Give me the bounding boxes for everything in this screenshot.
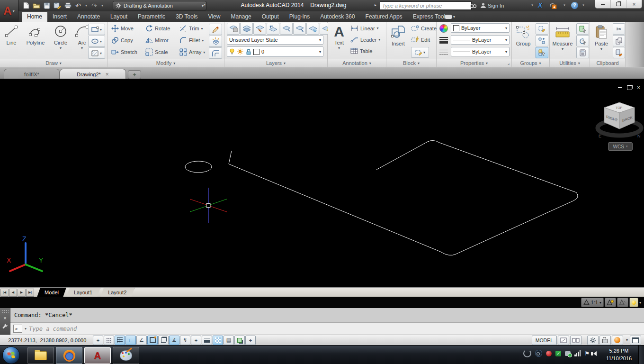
trim-button[interactable]: Trim▾: [179, 25, 203, 32]
insert-block-button[interactable]: Insert: [388, 24, 408, 46]
lineweight-combo[interactable]: ByLayer▾: [451, 35, 510, 45]
panel-title-draw[interactable]: Draw▾: [0, 59, 107, 67]
panel-title-clipboard[interactable]: Clipboard: [590, 59, 625, 67]
command-customize-wrench-icon[interactable]: [2, 323, 8, 329]
layer-color-swatch[interactable]: [253, 49, 259, 55]
autodesk360-icon[interactable]: [548, 1, 557, 9]
status-overflow-caret-icon[interactable]: ▾: [626, 338, 628, 342]
linear-caret-icon[interactable]: ▾: [377, 26, 379, 30]
taskbar-clock[interactable]: 5:26 PM 11/10/2016: [601, 347, 636, 362]
id-point-button[interactable]: [576, 35, 589, 46]
sign-in-button[interactable]: Sign In: [488, 3, 504, 9]
coordinates-readout[interactable]: -23774.2113, -21380.8902, 0.0000: [0, 337, 93, 343]
taskbar-autocad-button[interactable]: A: [84, 347, 111, 364]
tab-3d-tools[interactable]: 3D Tools: [170, 12, 203, 22]
arc-caret-icon[interactable]: ▾: [81, 46, 83, 51]
text-button[interactable]: A Text ▾: [331, 24, 348, 51]
explode-button[interactable]: [209, 36, 222, 47]
autodesk360-dropdown[interactable]: ▾: [563, 3, 566, 7]
show-desktop-button[interactable]: [638, 346, 644, 364]
layer-freeze-button[interactable]: [306, 23, 319, 35]
layer-combo[interactable]: 0 ▾: [227, 46, 323, 57]
search-input[interactable]: [380, 1, 472, 10]
compass-north-label[interactable]: N: [637, 134, 641, 138]
toggle-quick-properties[interactable]: ▤: [224, 336, 234, 345]
toggle-snap-mode[interactable]: [104, 336, 114, 345]
tab-layout2[interactable]: Layout2: [100, 288, 134, 297]
layer-lock-icon[interactable]: [245, 48, 251, 55]
tab-home[interactable]: Home: [22, 12, 47, 22]
edit-attributes-button[interactable]: ▾: [411, 47, 429, 58]
layer-unisolate-button[interactable]: [293, 23, 306, 35]
new-drawing-tab-button[interactable]: +: [128, 70, 141, 79]
toggle-object-snap[interactable]: [147, 336, 158, 345]
taskbar-firefox-button[interactable]: [56, 347, 82, 364]
annotation-scale-button[interactable]: 1:1 ▾: [581, 298, 604, 307]
scale-button[interactable]: Scale: [145, 48, 168, 56]
viewcube-top-label[interactable]: TOP: [616, 106, 623, 109]
toolbar-lock-button[interactable]: [599, 336, 611, 345]
toggle-object-snap-tracking[interactable]: ∡: [169, 336, 179, 345]
toggle-polar-tracking[interactable]: ∠: [136, 336, 147, 345]
tab-plugins[interactable]: Plug-ins: [284, 12, 315, 22]
fillet-caret-icon[interactable]: ▾: [202, 38, 204, 43]
array-caret-icon[interactable]: ▾: [203, 50, 205, 55]
save-button[interactable]: [43, 1, 51, 9]
compass-east-label[interactable]: E: [599, 134, 601, 138]
line-button[interactable]: Line: [1, 23, 22, 46]
leader-button[interactable]: Leader▾: [350, 36, 380, 43]
open-file-button[interactable]: [32, 1, 41, 9]
toggle-dynamic-ucs[interactable]: ↯: [180, 336, 190, 345]
doc-close-button[interactable]: ×: [637, 84, 640, 91]
tab-manage[interactable]: Manage: [225, 12, 256, 22]
taskbar-paint-button[interactable]: [113, 347, 139, 364]
text-caret-icon[interactable]: ▾: [338, 46, 340, 51]
layer-previous-button[interactable]: [267, 23, 279, 35]
layer-match-properties-button[interactable]: [253, 23, 266, 35]
command-drag-grip[interactable]: [2, 309, 9, 313]
toggle-ortho-mode[interactable]: ∟: [125, 336, 136, 345]
panel-title-annotation[interactable]: Annotation▾: [328, 59, 386, 67]
group-edit-button[interactable]: [536, 23, 548, 35]
quick-calc-button[interactable]: [576, 47, 589, 58]
ucs-icon[interactable]: Z X Y: [7, 235, 44, 271]
measure-caret-icon[interactable]: ▾: [562, 46, 564, 52]
paste-caret-icon[interactable]: ▾: [600, 46, 602, 52]
clean-screen-button[interactable]: [630, 336, 641, 345]
redo-button[interactable]: ↷: [90, 1, 98, 9]
measure-button[interactable]: Measure ▾: [551, 24, 574, 52]
offset-button[interactable]: [209, 47, 222, 59]
toggle-infer-constraints[interactable]: +: [93, 336, 103, 345]
help-icon[interactable]: ?: [571, 2, 578, 9]
tray-usb-icon[interactable]: [565, 351, 571, 356]
layer-sun-icon[interactable]: [237, 48, 243, 55]
tray-update-icon[interactable]: ✓: [555, 351, 561, 356]
qat-customize-button[interactable]: ▾: [203, 3, 206, 7]
add-to-group-button[interactable]: [536, 35, 548, 46]
layout-nav-next-button[interactable]: ▶: [18, 289, 26, 297]
cut-button[interactable]: ✂: [613, 23, 625, 35]
layer-isolate-button[interactable]: [280, 23, 293, 35]
group-selection-toggle[interactable]: [536, 47, 548, 58]
strip-overflow-caret-icon[interactable]: ▾: [639, 300, 641, 305]
toggle-lineweight-display[interactable]: [202, 336, 212, 345]
match-properties-button[interactable]: [613, 47, 625, 58]
annotation-visibility-button[interactable]: [605, 298, 616, 307]
panel-title-properties[interactable]: Properties▾⌟: [437, 59, 511, 67]
panel-title-layers[interactable]: Layers▾: [224, 59, 327, 67]
tab-output[interactable]: Output: [257, 12, 284, 22]
panel-title-groups[interactable]: Groups▾: [512, 59, 549, 67]
plot-button[interactable]: [63, 1, 72, 9]
workspace-gear-button[interactable]: [587, 336, 599, 345]
tab-layout[interactable]: Layout: [105, 12, 133, 22]
paste-button[interactable]: Paste ▾: [592, 24, 611, 52]
doc-minimize-button[interactable]: [618, 87, 622, 88]
layer-bulb-icon[interactable]: [229, 48, 235, 55]
color-combo[interactable]: ByLayer▾: [451, 23, 510, 33]
minimize-button[interactable]: [595, 0, 611, 8]
stretch-button[interactable]: Stretch: [111, 48, 137, 56]
performance-tuner-button[interactable]: [612, 336, 623, 345]
edit-block-button[interactable]: Edit: [411, 36, 430, 43]
redo-dropdown[interactable]: ▾: [100, 4, 104, 8]
circle-caret-icon[interactable]: ▾: [60, 46, 62, 51]
